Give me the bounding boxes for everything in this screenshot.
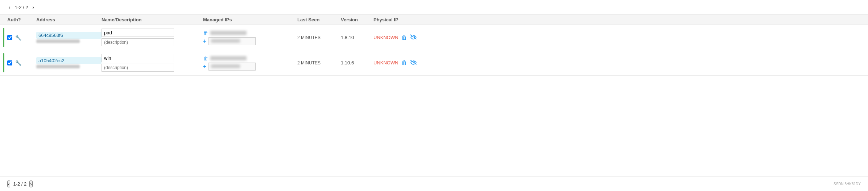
last-seen-cell-row2: 2 MINUTES [297, 60, 341, 65]
last-seen-value-row2: 2 MINUTES [297, 60, 321, 65]
ip-blurred-row2-1 [210, 56, 247, 60]
auth-cell-row2: 🔧 [7, 60, 36, 66]
managed-ips-cell-row2: 🗑 + [203, 55, 297, 71]
page-indicator: 1-2 / 2 [15, 5, 28, 10]
physical-ip-cell-row2: UNKNOWN 🗑 [373, 60, 446, 66]
col-version: Version [341, 17, 373, 22]
desc-input-row1[interactable] [102, 38, 174, 46]
hide-physical-ip-row1-icon[interactable] [410, 34, 417, 41]
managed-ips-cell-row1: 🗑 + [203, 30, 297, 45]
version-cell-row1: 1.8.10 [341, 35, 373, 40]
name-input-row2[interactable] [102, 54, 174, 62]
next-page-button[interactable]: › [31, 4, 36, 11]
col-managed-ips: Managed IPs [203, 17, 297, 22]
prev-page-button[interactable]: ‹ [7, 4, 12, 11]
col-last-seen: Last Seen [297, 17, 341, 22]
address-main-row1: 664c9563f6 [36, 32, 102, 39]
bottom-page-indicator: 1-2 / 2 [13, 181, 26, 187]
bottom-pagination: ‹ 1-2 / 2 › SSDN 8HK81DY [0, 177, 868, 191]
auth-checkbox-row2[interactable] [7, 60, 12, 65]
ip-input-row2[interactable] [208, 63, 256, 71]
ip-input-content-row1 [211, 39, 240, 43]
managed-ip-row2-1: 🗑 [203, 55, 297, 61]
version-value-row2: 1.10.6 [341, 60, 354, 65]
address-cell-row1: 664c9563f6 [36, 32, 102, 43]
address-cell-row2: a105402ec2 [36, 57, 102, 68]
delete-physical-ip-row2-icon[interactable]: 🗑 [401, 60, 407, 66]
col-physical-ip: Physical IP [373, 17, 446, 22]
delete-ip-row2-1-icon[interactable]: 🗑 [203, 55, 208, 61]
wrench-icon-row2[interactable]: 🔧 [15, 60, 21, 66]
ip-input-content-row2 [211, 64, 240, 68]
delete-physical-ip-row1-icon[interactable]: 🗑 [401, 34, 407, 41]
auth-checkbox-row1[interactable] [7, 35, 12, 40]
top-pagination: ‹ 1-2 / 2 › [0, 0, 868, 14]
physical-ip-status-row2: UNKNOWN [373, 60, 398, 65]
managed-ip-row1-1: 🗑 [203, 30, 297, 36]
desc-input-row2[interactable] [102, 64, 174, 72]
delete-ip-row1-1-icon[interactable]: 🗑 [203, 30, 208, 36]
address-sub-row2 [36, 65, 80, 68]
version-value-row1: 1.8.10 [341, 35, 354, 40]
table-body: 🔧 664c9563f6 🗑 + [0, 25, 868, 177]
auth-cell-row1: 🔧 [7, 35, 36, 41]
name-input-row1[interactable] [102, 29, 174, 37]
add-ip-row2-icon[interactable]: + [203, 63, 206, 70]
name-desc-cell-row1 [102, 29, 203, 46]
table-header: Auth? Address Name/Description Managed I… [0, 14, 868, 25]
ip-input-row1[interactable] [208, 37, 256, 45]
name-desc-cell-row2 [102, 54, 203, 72]
bottom-next-page-button[interactable]: › [29, 181, 32, 187]
physical-ip-cell-row1: UNKNOWN 🗑 [373, 34, 446, 41]
last-seen-cell-row1: 2 MINUTES [297, 35, 341, 40]
version-info: SSDN 8HK81DY [834, 182, 861, 186]
main-container: ‹ 1-2 / 2 › Auth? Address Name/Descripti… [0, 0, 868, 191]
managed-ip-row1-2: + [203, 37, 297, 45]
hide-physical-ip-row2-icon[interactable] [410, 60, 417, 66]
address-sub-row1 [36, 39, 80, 43]
col-name-desc: Name/Description [102, 17, 203, 22]
physical-ip-status-row1: UNKNOWN [373, 35, 398, 40]
add-ip-row1-icon[interactable]: + [203, 38, 206, 44]
address-main-row2: a105402ec2 [36, 57, 102, 64]
ip-blurred-row1-1 [210, 31, 247, 35]
col-auth: Auth? [7, 17, 36, 22]
table-row: 🔧 a105402ec2 🗑 + [0, 50, 868, 76]
table-row: 🔧 664c9563f6 🗑 + [0, 25, 868, 50]
managed-ip-row2-2: + [203, 63, 297, 71]
wrench-icon-row1[interactable]: 🔧 [15, 35, 21, 41]
bottom-prev-page-button[interactable]: ‹ [7, 181, 10, 187]
col-address: Address [36, 17, 102, 22]
last-seen-value-row1: 2 MINUTES [297, 35, 321, 40]
version-cell-row2: 1.10.6 [341, 60, 373, 65]
